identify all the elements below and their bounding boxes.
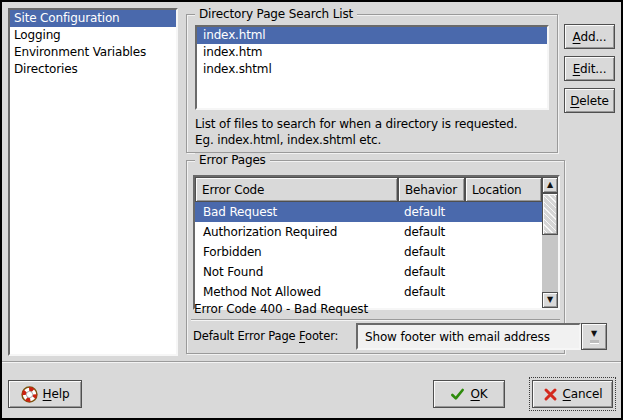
ok-button-label: OK xyxy=(470,387,487,401)
table-row[interactable]: Method Not Allowed default xyxy=(195,282,542,302)
error-pages-frame-title: Error Pages xyxy=(195,153,270,168)
list-item[interactable]: index.htm xyxy=(197,44,547,61)
scrollbar-track[interactable] xyxy=(542,235,558,292)
cell-error-code: Not Found xyxy=(195,265,398,279)
edit-button[interactable]: Edit... xyxy=(564,56,615,81)
table-row[interactable]: Authorization Required default xyxy=(195,222,542,242)
default-footer-select-value[interactable]: Show footer with email address xyxy=(356,323,581,350)
directory-list-caption: List of files to search for when a direc… xyxy=(195,116,517,148)
cell-error-code: Forbidden xyxy=(195,245,398,259)
lifebuoy-icon xyxy=(21,386,38,403)
arrow-up-icon[interactable]: ▲ xyxy=(542,177,558,193)
ok-button[interactable]: OK xyxy=(433,380,505,408)
site-configuration-dialog: Site Configuration Logging Environment V… xyxy=(0,0,623,420)
cell-behavior: default xyxy=(398,285,465,299)
dropdown-arrow-button[interactable]: ▼ xyxy=(581,323,607,350)
table-row[interactable]: Not Found default xyxy=(195,262,542,282)
cell-behavior: default xyxy=(398,245,465,259)
table-header-row: Error Code Behavior Location xyxy=(195,177,542,202)
delete-button[interactable]: Delete xyxy=(564,88,615,113)
sidebar-item-logging[interactable]: Logging xyxy=(10,27,176,44)
check-icon xyxy=(450,387,465,402)
directory-search-frame-title: Directory Page Search List xyxy=(195,7,357,22)
cancel-button[interactable]: Cancel xyxy=(532,380,613,408)
caption-line-1: List of files to search for when a direc… xyxy=(195,116,517,132)
cell-behavior: default xyxy=(398,265,465,279)
x-icon xyxy=(543,387,558,402)
column-header-behavior[interactable]: Behavior xyxy=(398,177,465,202)
list-item[interactable]: index.shtml xyxy=(197,61,547,78)
sidebar-item-environment-variables[interactable]: Environment Variables xyxy=(10,44,176,61)
vertical-scrollbar[interactable]: ▲ ▼ xyxy=(542,177,558,308)
help-button[interactable]: Help xyxy=(8,380,82,408)
column-header-location[interactable]: Location xyxy=(465,177,542,202)
directory-search-frame: Directory Page Search List index.html in… xyxy=(186,14,558,153)
directory-file-list: index.html index.htm index.shtml xyxy=(195,25,549,110)
table-row[interactable]: Bad Request default xyxy=(195,202,542,222)
cell-error-code: Bad Request xyxy=(195,205,398,219)
scrollbar-thumb[interactable] xyxy=(542,193,558,235)
cell-behavior: default xyxy=(398,205,465,219)
add-button[interactable]: Add... xyxy=(564,24,615,49)
delete-button-label: Delete xyxy=(570,94,609,108)
dropdown-bar xyxy=(590,340,599,344)
list-item[interactable]: index.html xyxy=(197,27,547,44)
column-header-error-code[interactable]: Error Code xyxy=(195,177,398,202)
frame-separator xyxy=(191,319,560,321)
arrow-down-icon[interactable]: ▼ xyxy=(542,292,558,308)
table-row[interactable]: Forbidden default xyxy=(195,242,542,262)
cell-behavior: default xyxy=(398,225,465,239)
add-button-label: Add... xyxy=(573,30,607,44)
default-footer-select[interactable]: Show footer with email address ▼ xyxy=(356,323,607,350)
sidebar-item-site-configuration[interactable]: Site Configuration xyxy=(10,10,176,27)
cancel-button-label: Cancel xyxy=(563,387,603,401)
error-code-status: Error Code 400 - Bad Request xyxy=(194,302,368,316)
dialog-separator xyxy=(0,361,623,363)
help-button-label: Help xyxy=(43,387,70,401)
category-list: Site Configuration Logging Environment V… xyxy=(8,8,178,356)
caption-line-2: Eg. index.html, index.shtml etc. xyxy=(195,132,517,148)
cell-error-code: Authorization Required xyxy=(195,225,398,239)
error-pages-table: Error Code Behavior Location Bad Request… xyxy=(193,175,560,310)
chevron-down-icon: ▼ xyxy=(591,330,597,338)
sidebar-item-directories[interactable]: Directories xyxy=(10,61,176,78)
cell-error-code: Method Not Allowed xyxy=(195,285,398,299)
default-footer-label: Default Error Page Footer: xyxy=(193,323,338,350)
edit-button-label: Edit... xyxy=(573,62,607,76)
